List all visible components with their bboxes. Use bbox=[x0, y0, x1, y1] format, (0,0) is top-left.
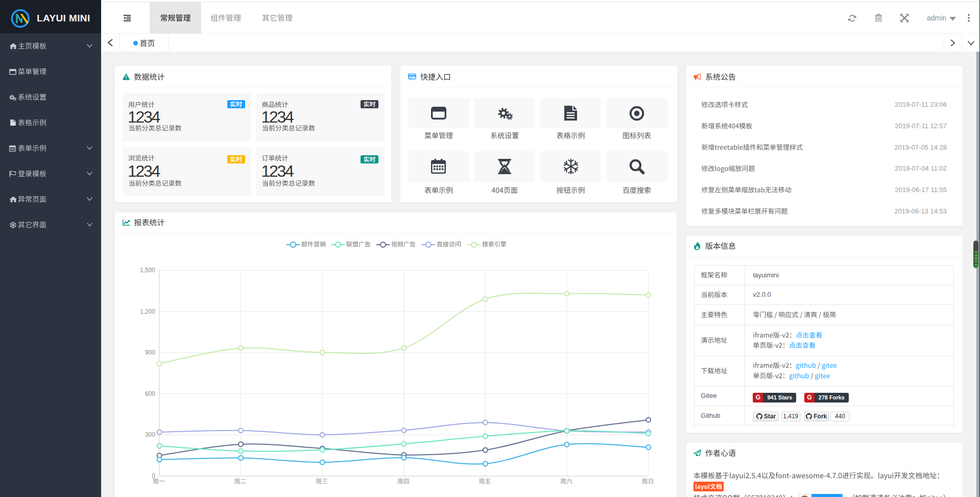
svg-text:1,200: 1,200 bbox=[140, 308, 155, 315]
svg-text:1,500: 1,500 bbox=[140, 267, 155, 274]
svg-text:600: 600 bbox=[145, 390, 155, 397]
svg-text:900: 900 bbox=[145, 349, 155, 356]
svg-text:300: 300 bbox=[145, 431, 155, 438]
svg-text:0: 0 bbox=[152, 472, 155, 480]
